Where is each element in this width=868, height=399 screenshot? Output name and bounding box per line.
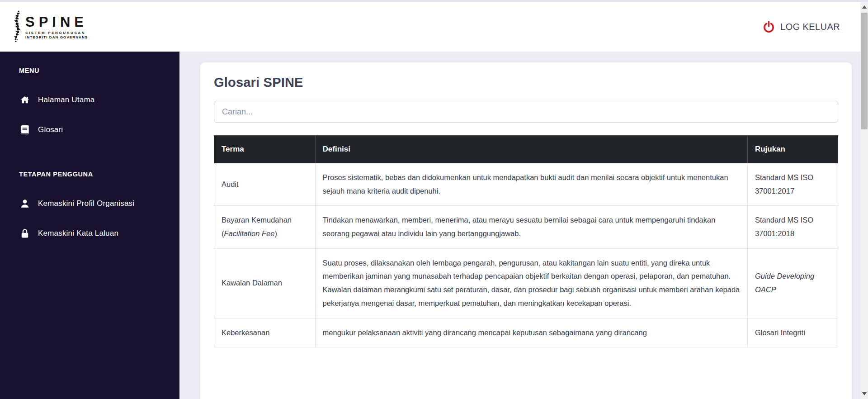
page-title: Glosari SPINE: [214, 75, 838, 90]
terma-cell: Bayaran Kemudahan (Facilitation Fee): [214, 206, 316, 248]
sidebar-item-halaman-utama[interactable]: Halaman Utama: [19, 85, 166, 115]
spine-logo: SPINE SISTEM PENGURUSAN INTEGRITI DAN GO…: [12, 10, 88, 44]
logo-brand-text: SPINE: [25, 15, 88, 29]
sidebar-heading-tetapan: TETAPAN PENGGUNA: [19, 171, 166, 178]
glossary-card: Glosari SPINE Terma Definisi Rujukan Aud…: [200, 62, 852, 399]
sidebar-section-tetapan: TETAPAN PENGGUNA Kemaskini Profil Organi…: [19, 171, 166, 248]
definisi-cell: Tindakan menawarkan, memberi, menerima, …: [315, 206, 747, 248]
search-input[interactable]: [214, 101, 838, 123]
terma-cell: Audit: [214, 163, 316, 206]
definisi-cell: Proses sistematik, bebas dan didokumenka…: [315, 163, 747, 206]
column-header-terma: Terma: [214, 136, 316, 163]
logout-button[interactable]: LOG KELUAR: [763, 21, 840, 33]
sidebar-item-label: Halaman Utama: [38, 95, 94, 104]
rujukan-cell: Standard MS ISO 37001:2017: [747, 163, 838, 206]
sidebar-item-label: Glosari: [38, 125, 63, 134]
lock-icon: [19, 228, 31, 238]
home-icon: [19, 95, 31, 105]
power-icon: [763, 21, 775, 33]
rujukan-cell: Guide Developing OACP: [747, 248, 838, 318]
rujukan-cell: Glosari Integriti: [747, 318, 838, 347]
main-content-area: Glosari SPINE Terma Definisi Rujukan Aud…: [179, 52, 868, 399]
sidebar-item-glosari[interactable]: Glosari: [19, 115, 166, 145]
table-row: Kawalan DalamanSuatu proses, dilaksanaka…: [214, 248, 838, 318]
logo-tagline-line1: SISTEM PENGURUSAN: [25, 31, 88, 35]
terma-cell: Keberkesanan: [214, 318, 316, 347]
definisi-cell: mengukur pelaksanaan aktiviti yang diran…: [315, 318, 747, 347]
sidebar-item-kemaskini-kata-laluan[interactable]: Kemaskini Kata Laluan: [19, 218, 166, 248]
table-row: AuditProses sistematik, bebas dan didoku…: [214, 163, 838, 206]
logo-text: SPINE SISTEM PENGURUSAN INTEGRITI DAN GO…: [25, 15, 88, 39]
scrollbar-thumb[interactable]: [861, 13, 868, 129]
table-row: Keberkesananmengukur pelaksanaan aktivit…: [214, 318, 838, 347]
sidebar-item-kemaskini-profil[interactable]: Kemaskini Profil Organisasi: [19, 189, 166, 218]
definisi-cell: Suatu proses, dilaksanakan oleh lembaga …: [315, 248, 747, 318]
scroll-up-button[interactable]: [860, 3, 868, 11]
scroll-down-button[interactable]: [860, 390, 868, 398]
glossary-table: Terma Definisi Rujukan AuditProses siste…: [214, 135, 838, 347]
app-header: SPINE SISTEM PENGURUSAN INTEGRITI DAN GO…: [0, 2, 868, 52]
sidebar-section-menu: MENU Halaman Utama: [19, 67, 166, 145]
column-header-rujukan: Rujukan: [747, 136, 838, 163]
table-header-row: Terma Definisi Rujukan: [214, 136, 838, 163]
terma-cell: Kawalan Dalaman: [214, 248, 316, 318]
glossary-table-body: AuditProses sistematik, bebas dan didoku…: [214, 163, 838, 347]
logo-tagline-line2: INTEGRITI DAN GOVERNANS: [25, 35, 88, 39]
sidebar-item-label: Kemaskini Kata Laluan: [38, 229, 118, 238]
spine-vertebrae-icon: [12, 10, 24, 44]
table-row: Bayaran Kemudahan (Facilitation Fee)Tind…: [214, 206, 838, 248]
user-icon: [19, 199, 31, 209]
vertical-scrollbar[interactable]: [860, 2, 868, 399]
book-icon: [19, 125, 31, 135]
rujukan-cell: Standard MS ISO 37001:2018: [747, 206, 838, 248]
sidebar-heading-menu: MENU: [19, 67, 166, 74]
logout-label: LOG KELUAR: [780, 22, 840, 32]
sidebar-item-label: Kemaskini Profil Organisasi: [38, 199, 134, 208]
column-header-definisi: Definisi: [315, 136, 747, 163]
sidebar: MENU Halaman Utama: [0, 52, 179, 399]
